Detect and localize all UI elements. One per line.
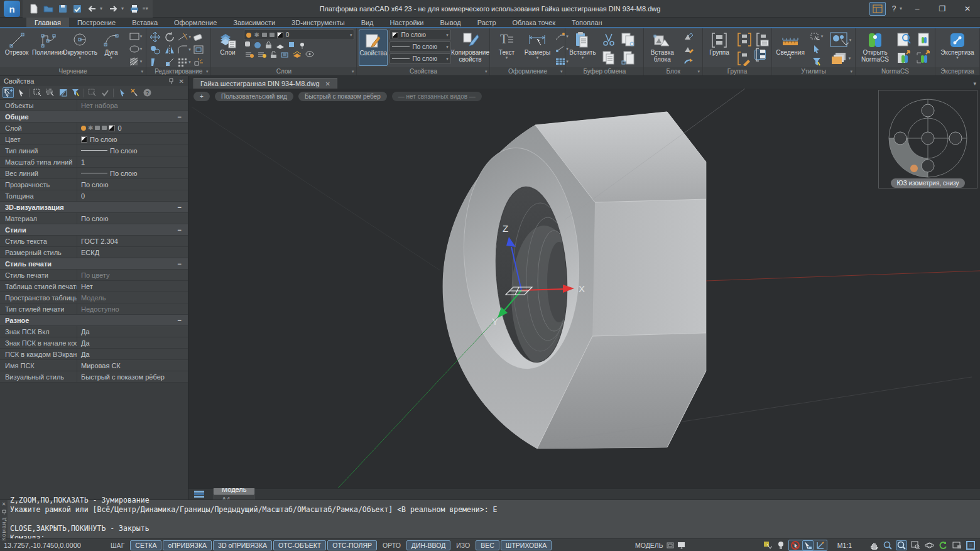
selection-filter-icon[interactable]: [808, 56, 825, 67]
command-close-icon[interactable]: ✕: [2, 501, 6, 507]
close-button[interactable]: ✕: [955, 0, 980, 18]
property-value[interactable]: По слою: [77, 145, 188, 156]
dimensions-menu-icon[interactable]: ▾: [536, 56, 539, 60]
viewport-lock-icon[interactable]: [951, 540, 962, 550]
fullscreen-icon[interactable]: [965, 540, 976, 550]
move-icon[interactable]: [148, 31, 162, 43]
status-toggle[interactable]: ИЗО: [452, 541, 474, 550]
zoom-icon[interactable]: [882, 540, 893, 550]
expertise-button[interactable]: Экспертиза ▾: [937, 30, 977, 66]
workspace-switch-icon[interactable]: [869, 2, 886, 16]
layer-current-icon[interactable]: [281, 51, 289, 58]
ribbon-tab[interactable]: Вставка: [124, 18, 166, 27]
combo-arrow-icon[interactable]: ▾: [446, 57, 449, 62]
apply-disabled-icon[interactable]: [99, 87, 111, 98]
layer-freeze2-icon[interactable]: [258, 51, 266, 58]
group-dialog-arrow-icon[interactable]: ▾: [851, 69, 853, 74]
crossing-select-icon[interactable]: [45, 87, 56, 98]
viewport-canvas[interactable]: + Пользовательский вид Быстрый с показом…: [188, 89, 980, 488]
ellipse-tool-icon[interactable]: ▾: [128, 43, 144, 55]
zoom-window-icon[interactable]: [910, 540, 921, 550]
inquiry-menu-icon[interactable]: ▾: [789, 56, 792, 60]
group-dialog-arrow-icon[interactable]: ▾: [698, 69, 700, 74]
toolbar-customize-icon[interactable]: ≡▾: [143, 6, 148, 11]
paste-button[interactable]: Вставить ▾: [567, 30, 597, 66]
ribbon-tab[interactable]: Зависимости: [225, 18, 283, 27]
quick-select-disabled-icon[interactable]: [87, 87, 98, 98]
edit-block-icon[interactable]: [680, 43, 697, 55]
view-name-button[interactable]: Пользовательский вид: [215, 92, 293, 101]
combo-arrow-icon[interactable]: ▾: [350, 33, 352, 38]
normacs-search-doc-icon[interactable]: [895, 31, 913, 48]
status-toggle[interactable]: ОРТО: [378, 541, 405, 550]
ribbon-tab[interactable]: Вид: [353, 18, 382, 27]
section-collapse-icon[interactable]: −: [178, 111, 182, 122]
regen-icon[interactable]: [937, 540, 949, 550]
text-button[interactable]: T Текст ▾: [492, 30, 521, 66]
property-value[interactable]: 1: [77, 156, 188, 167]
tab-list-arrow-icon[interactable]: ▾: [973, 80, 976, 87]
line-button[interactable]: Отрезок: [2, 30, 31, 66]
panel-close-icon[interactable]: ✕: [179, 78, 184, 85]
normacs-import-icon[interactable]: [914, 49, 933, 67]
layer-walk-icon[interactable]: [305, 51, 314, 57]
ribbon-tab[interactable]: Облака точек: [504, 18, 564, 27]
property-value[interactable]: ✱ 0: [77, 123, 188, 133]
lineweight-combo[interactable]: По слою▾: [389, 53, 450, 64]
property-value[interactable]: Модель: [77, 292, 188, 303]
ribbon-tab[interactable]: Растр: [469, 18, 504, 27]
annotation-scale-value[interactable]: М1:1: [837, 542, 852, 549]
property-value[interactable]: ЕСКД: [77, 247, 188, 258]
undo-menu-icon[interactable]: ▾: [100, 6, 105, 11]
property-value[interactable]: Недоступно: [77, 303, 188, 314]
layer-onoff-icon[interactable]: [245, 41, 250, 46]
explode-icon[interactable]: [192, 56, 205, 68]
save-icon[interactable]: [57, 3, 69, 15]
copy-base-icon[interactable]: [619, 49, 638, 67]
layer-unlock-icon[interactable]: [270, 51, 277, 58]
property-value[interactable]: 0: [77, 190, 188, 201]
status-toggle[interactable]: ОТС-ПОЛЯР: [327, 540, 377, 550]
make-block-icon[interactable]: [680, 31, 697, 42]
help-button[interactable]: ?: [888, 4, 900, 13]
select-cursor-icon[interactable]: [15, 87, 26, 98]
new-file-icon[interactable]: [28, 3, 40, 15]
layer-off-icon[interactable]: [245, 51, 254, 58]
group-dialog-arrow-icon[interactable]: ▾: [206, 69, 209, 74]
property-value[interactable]: Мировая СК: [77, 360, 188, 371]
tab-close-icon[interactable]: ✕: [325, 80, 330, 87]
view-locator-widget[interactable]: [878, 90, 977, 188]
visual-style-button[interactable]: Быстрый с показом рёбер: [298, 92, 387, 101]
section-collapse-icon[interactable]: −: [178, 224, 182, 235]
command-history[interactable]: Z,ZOOM,ПО,ПОКАЗАТЬ - ЗумированиеУкажите …: [8, 496, 980, 538]
layer-select-combo[interactable]: ✱ 0 ▾: [244, 30, 354, 40]
section-collapse-icon[interactable]: −: [178, 258, 182, 269]
arc-menu-icon[interactable]: ▾: [110, 56, 112, 60]
restore-button[interactable]: ❐: [930, 0, 955, 18]
nut-middle-face[interactable]: [592, 199, 706, 336]
property-value[interactable]: Да: [77, 337, 188, 348]
mirror-icon[interactable]: [163, 43, 177, 55]
block-attach-icon[interactable]: [680, 56, 697, 67]
property-value[interactable]: Быстрый с показом рёбер: [77, 371, 188, 382]
match-properties-button[interactable]: Копирование свойств: [453, 30, 488, 66]
normacs-export-icon[interactable]: [895, 49, 913, 67]
pick-point-icon[interactable]: [116, 87, 128, 98]
viewport-plus-button[interactable]: +: [193, 92, 210, 101]
rectangle-tool-icon[interactable]: ▾: [128, 31, 144, 42]
status-toggle[interactable]: ВЕС: [476, 540, 499, 550]
properties-button[interactable]: Свойства: [359, 30, 388, 66]
minimize-button[interactable]: –: [905, 0, 930, 18]
status-toggle[interactable]: СЕТКА: [130, 540, 161, 550]
hatch-tool-icon[interactable]: ▾: [128, 56, 144, 67]
save-all-icon[interactable]: [71, 3, 84, 15]
ribbon-tab[interactable]: 3D-инструменты: [283, 18, 353, 27]
circle-button[interactable]: Окружность ▾: [65, 30, 95, 66]
status-toggle[interactable]: ДИН-ВВОД: [406, 540, 450, 550]
property-value[interactable]: По цвету: [77, 270, 188, 280]
circle-menu-icon[interactable]: ▾: [79, 56, 82, 60]
expertise-menu-icon[interactable]: ▾: [956, 56, 959, 60]
selection-cycling-icon[interactable]: [762, 540, 773, 550]
lock-icon[interactable]: [265, 41, 272, 49]
erase-icon[interactable]: [192, 31, 205, 43]
